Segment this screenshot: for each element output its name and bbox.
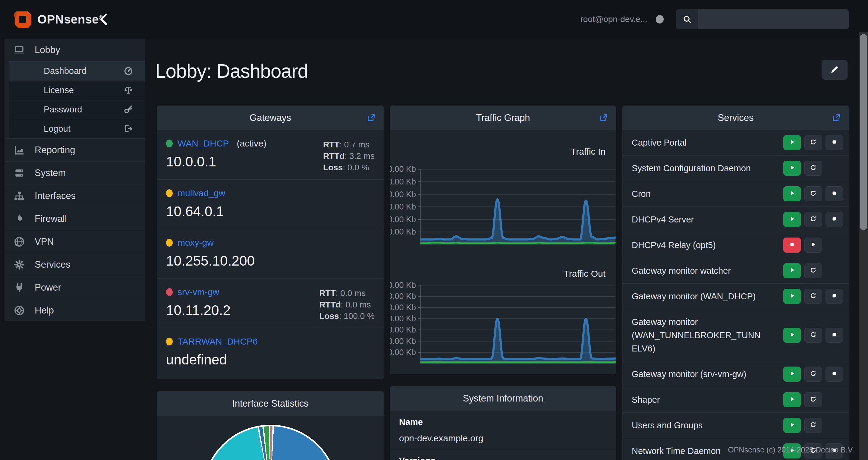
brand[interactable]: OPNsense® [12, 8, 103, 31]
restart-icon [809, 164, 817, 173]
service-stop-button[interactable] [826, 212, 843, 227]
stop-icon [831, 370, 838, 378]
service-start-button[interactable] [783, 367, 801, 381]
service-stop-button[interactable] [826, 289, 843, 304]
service-start-button[interactable] [783, 418, 801, 433]
gear-icon [13, 258, 27, 271]
sidebar-item-help[interactable]: Help [4, 299, 145, 321]
gateways-list: WAN_DHCP(active)10.0.0.1RTT: 0.7 msRTTd:… [157, 130, 384, 377]
external-link-icon[interactable] [831, 113, 841, 123]
service-stop-button[interactable] [826, 135, 843, 150]
restart-icon [809, 331, 817, 339]
play-icon [788, 292, 796, 301]
service-start-button[interactable] [783, 263, 801, 278]
service-restart-button[interactable] [804, 289, 822, 304]
laptop-icon [13, 44, 27, 56]
sidebar-item-label: Dashboard [44, 66, 124, 76]
service-restart-button[interactable] [804, 135, 822, 150]
sidebar-item-services[interactable]: Services [4, 253, 145, 276]
stop-icon [831, 331, 838, 339]
svg-text:80.00 Kb: 80.00 Kb [390, 190, 416, 199]
gateway-link[interactable]: TARRWAN_DHCP6 [178, 336, 258, 347]
sidebar-item-reporting[interactable]: Reporting [4, 139, 145, 161]
service-start-button[interactable] [804, 238, 822, 253]
gateway-link[interactable]: srv-vm-gw [178, 287, 219, 297]
main-content: Lobby: Dashboard Gateways WAN_DHCP(activ… [145, 38, 859, 460]
gateway-status-dot [166, 338, 173, 345]
sidebar-item-dashboard[interactable]: Dashboard [9, 61, 145, 81]
sidebar-item-label: VPN [35, 236, 54, 247]
services-panel-title: Services [718, 113, 754, 123]
service-name: Cron [632, 187, 764, 201]
system-information-title: System Information [463, 393, 543, 404]
service-stop-button[interactable] [783, 238, 801, 253]
gateway-link[interactable]: mullvad_gw [178, 188, 225, 198]
gateway-link[interactable]: WAN_DHCP [178, 139, 229, 149]
service-actions [783, 263, 822, 278]
sidebar-item-lobby[interactable]: Lobby [4, 38, 145, 61]
service-restart-button[interactable] [804, 328, 822, 343]
service-start-button[interactable] [783, 328, 801, 343]
service-stop-button[interactable] [826, 328, 843, 343]
scales-icon [124, 85, 134, 96]
svg-text:120.00 Kb: 120.00 Kb [390, 164, 416, 174]
sidebar-item-power[interactable]: Power [4, 276, 145, 299]
restart-icon [809, 396, 817, 404]
service-name: DHCPv4 Relay (opt5) [632, 239, 764, 252]
service-name: Captive Portal [632, 136, 764, 149]
service-restart-button[interactable] [804, 418, 822, 433]
sidebar-item-interfaces[interactable]: Interfaces [4, 184, 145, 207]
gateway-link[interactable]: moxy-gw [178, 238, 214, 248]
service-start-button[interactable] [783, 161, 801, 176]
edit-dashboard-button[interactable] [822, 60, 847, 80]
service-row-cron: Cron [623, 181, 849, 207]
sidebar-item-vpn[interactable]: VPN [4, 230, 145, 253]
sidebar-item-password[interactable]: Password [9, 100, 145, 119]
svg-text:200.00 Kb: 200.00 Kb [390, 337, 416, 346]
gateway-row-mullvad-gw: mullvad_gw10.64.0.1 [157, 179, 384, 229]
external-link-icon[interactable] [598, 113, 608, 123]
service-name: Gateway monitor (WAN_DHCP) [632, 290, 764, 303]
server-icon [13, 167, 27, 179]
service-stop-button[interactable] [826, 186, 843, 202]
gateway-row-tarrwan-dhcp6: TARRWAN_DHCP6undefined [157, 328, 384, 377]
service-start-button[interactable] [783, 212, 801, 227]
search-input[interactable] [698, 9, 849, 29]
svg-text:700.00 Kb: 700.00 Kb [390, 281, 416, 290]
service-row-shaper: Shaper [623, 387, 849, 412]
service-stop-button[interactable] [826, 367, 843, 381]
system-info-field-name: Nameopn-dev.example.org [390, 410, 616, 449]
service-restart-button[interactable] [804, 392, 822, 407]
sidebar-item-system[interactable]: System [4, 161, 145, 184]
copyright-footer: OPNsense (c) 2014-2025 Deciso B.V. [728, 446, 854, 454]
sidebar-menu: LobbyDashboardLicensePasswordLogoutRepor… [4, 38, 145, 321]
service-restart-button[interactable] [804, 186, 822, 202]
service-start-button[interactable] [783, 135, 801, 150]
svg-text:600.00 Kb: 600.00 Kb [390, 292, 416, 301]
service-start-button[interactable] [783, 289, 801, 304]
external-link-icon[interactable] [366, 113, 376, 123]
svg-text:40.00 Kb: 40.00 Kb [390, 215, 416, 224]
service-restart-button[interactable] [804, 263, 822, 278]
page-title: Lobby: Dashboard [155, 60, 308, 82]
sidebar-item-label: Power [35, 282, 61, 293]
service-start-button[interactable] [783, 186, 801, 202]
sidebar: LobbyDashboardLicensePasswordLogoutRepor… [0, 38, 145, 321]
sidebar-item-license[interactable]: License [9, 81, 145, 100]
service-start-button[interactable] [783, 392, 801, 407]
sidebar-item-logout[interactable]: Logout [9, 119, 145, 139]
service-name: Shaper [632, 393, 764, 406]
interface-statistics-panel: Interface Statistics [157, 391, 384, 460]
stop-icon [831, 139, 838, 147]
scrollbar-thumb[interactable] [860, 34, 867, 230]
user-menu[interactable]: root@opn-dev.e... [581, 14, 647, 24]
service-restart-button[interactable] [804, 212, 822, 227]
gateways-panel-header: Gateways [157, 106, 384, 130]
sidebar-collapse-button[interactable] [97, 12, 112, 27]
service-restart-button[interactable] [804, 367, 822, 381]
sidebar-item-label: License [44, 85, 124, 95]
service-row-gateway-monitor-wan-dhcp: Gateway monitor (WAN_DHCP) [623, 283, 849, 309]
scrollbar-track[interactable] [859, 32, 868, 460]
service-restart-button[interactable] [804, 161, 822, 176]
sidebar-item-firewall[interactable]: Firewall [4, 207, 145, 230]
